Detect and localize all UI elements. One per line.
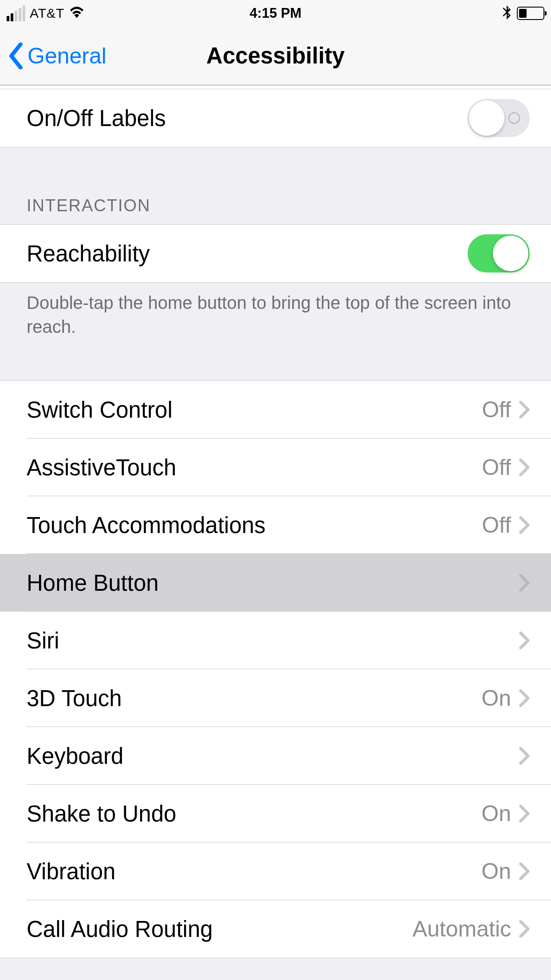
cellular-signal-icon [7,5,25,21]
cell-value: Off [482,512,511,538]
chevron-right-icon [519,516,530,534]
reachability-switch[interactable] [468,234,530,273]
onoff-labels-cell[interactable]: On/Off Labels [0,89,551,147]
controls-group: Switch Control Off AssistiveTouch Off To… [0,380,551,958]
switch-control-cell[interactable]: Switch Control Off [0,381,551,439]
back-button[interactable]: General [0,43,106,69]
chevron-right-icon [519,862,530,880]
chevron-right-icon [519,632,530,649]
cell-label: Call Audio Routing [27,916,413,942]
reachability-label: Reachability [27,241,468,267]
chevron-right-icon [519,805,530,822]
back-label: General [28,43,106,69]
navigation-bar: General Accessibility [0,27,551,85]
onoff-labels-label: On/Off Labels [27,105,468,131]
chevron-right-icon [519,747,530,765]
chevron-right-icon [519,920,530,938]
status-time: 4:15 PM [249,5,301,21]
assistivetouch-cell[interactable]: AssistiveTouch Off [0,439,551,496]
reachability-footer: Double-tap the home button to bring the … [0,283,551,348]
cell-label: Keyboard [27,743,511,769]
carrier-label: AT&T [30,6,64,21]
page-title: Accessibility [206,43,345,69]
call-audio-routing-cell[interactable]: Call Audio Routing Automatic [0,900,551,958]
cell-value: Off [482,397,511,423]
switch-off-indicator-icon [508,112,520,124]
chevron-right-icon [519,458,530,476]
cell-label: Home Button [27,570,511,596]
status-right [502,4,544,23]
cell-label: Siri [27,628,511,654]
vibration-cell[interactable]: Vibration On [0,842,551,900]
home-button-cell[interactable]: Home Button [0,554,551,612]
bluetooth-icon [502,4,512,23]
cell-label: Switch Control [27,397,482,423]
onoff-labels-switch[interactable] [468,99,530,137]
keyboard-cell[interactable]: Keyboard [0,727,551,785]
siri-cell[interactable]: Siri [0,612,551,669]
shake-to-undo-cell[interactable]: Shake to Undo On [0,785,551,842]
reachability-cell[interactable]: Reachability [0,225,551,282]
chevron-right-icon [519,574,530,592]
chevron-right-icon [519,689,530,707]
interaction-header: INTERACTION [0,147,551,224]
chevron-left-icon [8,43,24,69]
cell-label: AssistiveTouch [27,454,482,481]
touch-accommodations-cell[interactable]: Touch Accommodations Off [0,496,551,554]
chevron-right-icon [519,401,530,419]
cell-value: On [481,685,511,711]
cell-value: Off [482,454,511,480]
3d-touch-cell[interactable]: 3D Touch On [0,669,551,727]
cell-label: Shake to Undo [27,801,481,827]
wifi-icon [69,5,85,22]
interaction-section: INTERACTION Reachability Double-tap the … [0,147,551,348]
cell-value: On [481,801,511,826]
cell-label: 3D Touch [27,685,481,711]
status-left: AT&T [7,5,85,22]
cell-label: Vibration [27,858,481,885]
onoff-labels-group: On/Off Labels [0,89,551,147]
partial-top [0,85,551,89]
battery-icon [517,7,544,20]
cell-value: Automatic [413,916,511,942]
cell-label: Touch Accommodations [27,512,482,538]
status-bar: AT&T 4:15 PM [0,0,551,27]
cell-value: On [481,858,511,884]
